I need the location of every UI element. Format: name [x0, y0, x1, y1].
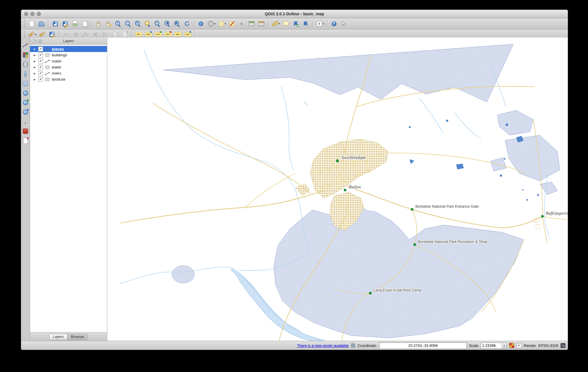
layer-item-water[interactable]: ▶ ✓ water [30, 64, 107, 70]
new-shapefile-layer-button[interactable] [22, 137, 29, 144]
add-postgis-layer-button[interactable] [22, 61, 29, 68]
text-annotation-button[interactable]: T [315, 19, 324, 28]
add-spatialite-layer-button[interactable] [22, 70, 29, 78]
delete-selected-button[interactable] [91, 30, 100, 39]
zoom-next-button[interactable]: ▶ [173, 19, 182, 28]
cut-features-button[interactable] [101, 30, 110, 39]
coordinate-input[interactable] [379, 342, 467, 349]
plugin-icon[interactable] [351, 343, 355, 348]
layer-visibility-checkbox[interactable]: ✓ [38, 77, 43, 82]
tab-layers[interactable]: Layers [49, 334, 67, 340]
resize-grip[interactable] [563, 345, 567, 349]
map-canvas[interactable]: Swellendam Railton Bontebok National Par… [107, 38, 568, 341]
scale-input[interactable] [481, 343, 502, 348]
refresh-map-button[interactable] [182, 19, 192, 28]
label-properties-button[interactable]: abc [183, 30, 193, 39]
zoom-last-button[interactable]: ◀ [163, 19, 172, 28]
node-tool-button[interactable] [81, 30, 90, 39]
minimize-window-button[interactable] [30, 12, 34, 16]
render-checkbox[interactable]: ✓ [517, 343, 522, 348]
layers-panel-header[interactable]: × Layers [30, 38, 107, 45]
expand-arrow-icon[interactable]: ▶ [33, 60, 36, 63]
map-tips-button[interactable] [281, 19, 291, 28]
tab-browser[interactable]: Browser [67, 334, 88, 340]
help-button[interactable]: ? [329, 19, 339, 28]
add-wcs-layer-button[interactable] [22, 99, 29, 106]
zoom-to-layer-button[interactable] [153, 19, 162, 28]
expand-arrow-icon[interactable]: ▶ [33, 54, 36, 57]
add-feature-button[interactable] [61, 30, 71, 39]
add-mssql-layer-button[interactable] [22, 80, 29, 87]
select-features-button[interactable] [217, 19, 226, 28]
expand-arrow-icon[interactable]: ▶ [33, 78, 36, 81]
copy-features-button[interactable] [110, 30, 120, 39]
layer-item-landuse[interactable]: ▶ ✓ landuse [30, 76, 107, 82]
scale-combo[interactable]: ▾ [481, 343, 507, 349]
add-raster-layer-button[interactable] [22, 51, 29, 59]
current-edits-button[interactable] [27, 30, 36, 39]
expand-arrow-icon[interactable]: ▶ [33, 66, 36, 69]
add-wms-layer-button[interactable] [22, 89, 29, 97]
open-attribute-table-button[interactable] [247, 19, 256, 28]
zoom-full-button[interactable] [133, 19, 143, 28]
new-bookmark-button[interactable] [291, 19, 300, 28]
layer-visibility-checkbox[interactable]: ✓ [38, 59, 43, 64]
layer-item-buildings[interactable]: ▶ ✓ buildings [30, 52, 107, 58]
paste-features-button[interactable] [120, 30, 130, 39]
save-project-as-button[interactable] [60, 19, 70, 28]
panel-tab-bar: Layers Browser [30, 332, 107, 341]
add-oracle-layer-button[interactable] [22, 127, 29, 135]
zoom-out-button[interactable]: − [123, 19, 133, 28]
layer-item-rivers[interactable]: ▶ ✓ rivers [30, 70, 107, 76]
new-project-button[interactable] [27, 19, 36, 28]
save-project-button[interactable] [51, 19, 60, 28]
pan-to-selection-button[interactable] [104, 19, 113, 28]
layer-visibility-checkbox[interactable]: ✓ [38, 65, 43, 70]
toggle-editing-button[interactable] [38, 30, 47, 39]
field-calculator-button[interactable] [257, 19, 266, 28]
titlebar[interactable]: QGIS 2.0.1-Dufour - basic_map [21, 10, 568, 18]
label-highlight-button[interactable]: abc [154, 30, 163, 39]
identify-button[interactable]: i [196, 19, 206, 28]
toolbar-drag-handle[interactable] [24, 31, 25, 38]
measure-button[interactable] [271, 19, 280, 28]
select-features-icon [218, 20, 225, 27]
deselect-features-button[interactable] [227, 19, 236, 28]
whats-this-button[interactable] [339, 19, 348, 28]
close-window-button[interactable] [24, 12, 28, 16]
zoom-to-selection-button[interactable] [143, 19, 152, 28]
toolbar-drag-handle[interactable] [24, 20, 25, 27]
pan-map-button[interactable] [94, 19, 103, 28]
layer-visibility-checkbox[interactable]: ✓ [38, 53, 43, 57]
layer-visibility-checkbox[interactable]: ✓ [38, 71, 43, 76]
layer-item-roads[interactable]: ▶ ✓ roads [30, 58, 107, 64]
label-rotate-button[interactable]: abc [173, 30, 183, 39]
expand-arrow-icon[interactable]: ▶ [33, 48, 36, 51]
run-feature-action-button[interactable] [206, 19, 215, 28]
map-label-railton: Railton [349, 185, 361, 189]
layer-visibility-checkbox[interactable]: ✓ [38, 46, 43, 51]
label-move-button[interactable]: abc [164, 30, 173, 39]
new-composer-button[interactable] [70, 19, 79, 28]
select-by-expression-button[interactable]: ε [237, 19, 246, 28]
show-bookmarks-button[interactable] [301, 19, 310, 28]
panel-float-button[interactable] [38, 39, 42, 43]
add-wfs-layer-button[interactable] [22, 108, 29, 116]
open-project-button[interactable] [37, 19, 46, 28]
stop-rendering-icon[interactable] [509, 343, 514, 348]
panel-close-button[interactable]: × [32, 39, 36, 43]
layer-item-places[interactable]: ▶ ✓ places [30, 46, 107, 52]
zoom-window-button[interactable] [37, 12, 41, 16]
save-layer-edits-button[interactable] [47, 30, 57, 39]
label-pin-button[interactable]: abc [144, 30, 153, 39]
layer-labeling-button[interactable]: abc [134, 30, 143, 39]
line-layer-icon [45, 59, 50, 63]
plugin-available-link[interactable]: There is a new plugin available [297, 343, 349, 348]
zoom-in-button[interactable]: + [114, 19, 123, 28]
move-feature-button[interactable] [71, 30, 80, 39]
expand-arrow-icon[interactable]: ▶ [33, 72, 36, 75]
add-vector-layer-button[interactable] [22, 42, 29, 49]
composer-manager-button[interactable] [80, 19, 89, 28]
scale-dropdown-icon[interactable]: ▾ [502, 343, 506, 348]
add-delimited-text-layer-button[interactable]: , [22, 118, 29, 125]
